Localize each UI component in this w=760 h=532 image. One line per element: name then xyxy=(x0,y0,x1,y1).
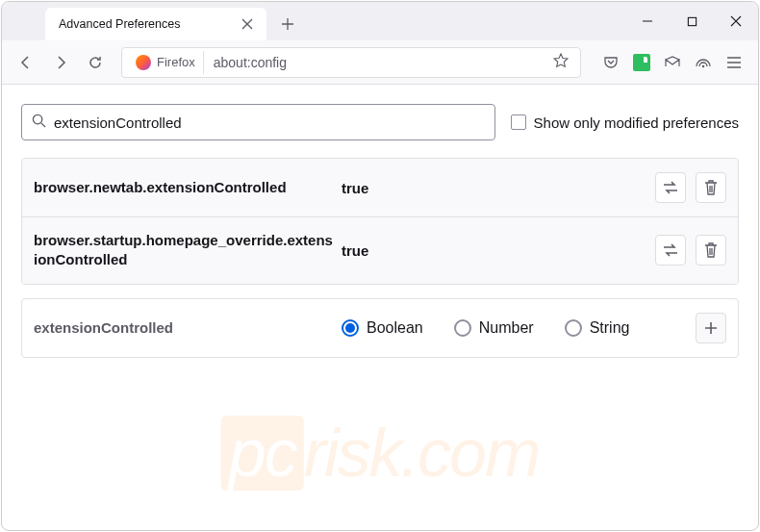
window-maximize-button[interactable] xyxy=(670,2,714,40)
window-minimize-button[interactable] xyxy=(625,2,670,40)
tab-title: Advanced Preferences xyxy=(59,17,180,31)
search-icon xyxy=(32,114,46,132)
search-input[interactable] xyxy=(54,114,485,131)
add-pref-name: extensionControlled xyxy=(34,319,342,336)
url-text: about:config xyxy=(204,55,547,70)
type-label: Boolean xyxy=(367,319,423,337)
type-boolean[interactable]: Boolean xyxy=(342,319,423,337)
toggle-button[interactable] xyxy=(655,235,686,266)
forward-button[interactable] xyxy=(46,48,75,77)
tab-close-icon[interactable] xyxy=(238,14,257,34)
radio-icon xyxy=(342,319,359,337)
identity-box[interactable]: Firefox xyxy=(128,51,204,74)
type-string[interactable]: String xyxy=(565,319,630,337)
delete-button[interactable] xyxy=(696,172,726,203)
svg-rect-0 xyxy=(688,17,696,25)
checkbox-icon xyxy=(511,114,526,130)
pref-row: browser.newtab.extensionControlled true xyxy=(22,159,738,217)
app-menu-icon[interactable] xyxy=(720,48,748,77)
pref-name: browser.newtab.extensionControlled xyxy=(34,178,342,197)
window-close-button[interactable] xyxy=(714,2,758,40)
content-area: Show only modified preferences browser.n… xyxy=(2,85,758,377)
modified-only-toggle[interactable]: Show only modified preferences xyxy=(511,114,739,131)
svg-point-1 xyxy=(702,64,704,66)
back-button[interactable] xyxy=(12,48,40,77)
prefs-table: browser.newtab.extensionControlled true … xyxy=(21,158,739,285)
pref-row: browser.startup.homepage_override.extens… xyxy=(22,217,738,284)
pref-name: browser.startup.homepage_override.extens… xyxy=(34,231,342,270)
vpn-icon[interactable] xyxy=(689,48,718,77)
radio-icon xyxy=(565,319,582,337)
watermark: pcrisk.com xyxy=(221,415,540,492)
toggle-button[interactable] xyxy=(655,172,686,203)
url-bar[interactable]: Firefox about:config xyxy=(121,47,581,78)
modified-only-label: Show only modified preferences xyxy=(534,114,739,131)
type-number[interactable]: Number xyxy=(454,319,534,337)
type-label: Number xyxy=(479,319,534,337)
add-button[interactable] xyxy=(696,313,726,343)
delete-button[interactable] xyxy=(696,235,726,266)
svg-point-2 xyxy=(33,114,41,123)
pref-value: true xyxy=(342,242,655,259)
radio-icon xyxy=(454,319,471,337)
firefox-icon xyxy=(136,55,151,70)
pref-value: true xyxy=(342,180,655,196)
new-tab-button[interactable] xyxy=(274,11,301,38)
reload-button[interactable] xyxy=(81,48,110,77)
identity-label: Firefox xyxy=(157,55,195,69)
nav-bar: Firefox about:config xyxy=(2,40,758,85)
type-label: String xyxy=(590,319,630,337)
evernote-icon[interactable] xyxy=(627,48,656,77)
search-box[interactable] xyxy=(21,104,495,140)
tab-bar: Advanced Preferences xyxy=(2,2,758,40)
add-pref-row: extensionControlled Boolean Number Strin… xyxy=(21,298,739,358)
pocket-icon[interactable] xyxy=(596,48,625,77)
mail-icon[interactable] xyxy=(658,48,687,77)
tab-active[interactable]: Advanced Preferences xyxy=(45,8,266,40)
bookmark-star-icon[interactable] xyxy=(547,53,574,72)
